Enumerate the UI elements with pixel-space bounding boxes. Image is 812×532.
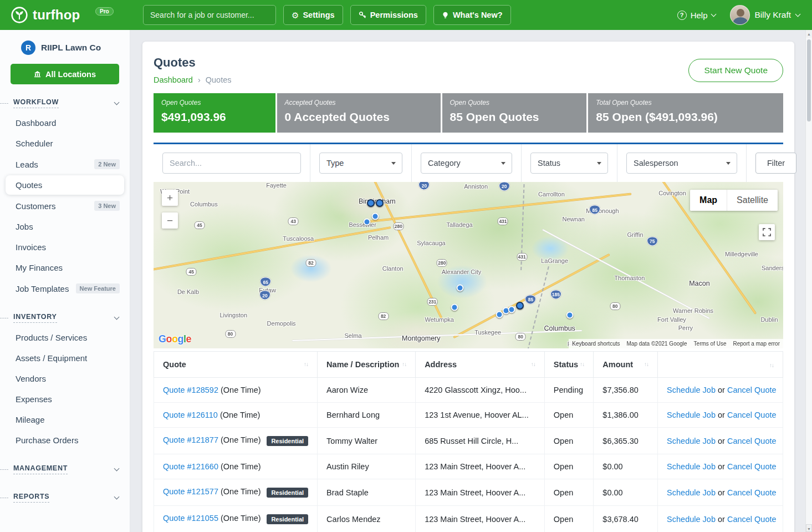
sort-icon[interactable]: ↑↓ <box>402 361 406 367</box>
sidebar-item-purchase-orders[interactable]: Purchase Orders <box>0 430 130 450</box>
status-select[interactable]: Status <box>530 153 608 174</box>
schedule-job-link[interactable]: Schedule Job <box>667 437 716 445</box>
cancel-quote-link[interactable]: Cancel Quote <box>727 411 777 419</box>
map-marker[interactable] <box>566 312 573 319</box>
section-label: REPORTS <box>13 493 49 503</box>
map-type-satellite-button[interactable]: Satellite <box>727 190 778 211</box>
attribution-report-a-map-error[interactable]: Report a map error <box>730 339 783 348</box>
column-header-status[interactable]: Status↑↓ <box>544 352 594 378</box>
quote-link[interactable]: Quote #121660 <box>163 462 218 471</box>
column-header-quote[interactable]: Quote↑↓ <box>154 352 318 378</box>
sort-icon[interactable]: ↑↓ <box>531 361 535 367</box>
filter-button[interactable]: Filter <box>755 153 796 174</box>
quote-link[interactable]: Quote #121877 <box>163 435 218 444</box>
column-header-address[interactable]: Address↑↓ <box>416 352 545 378</box>
schedule-job-link[interactable]: Schedule Job <box>667 411 716 419</box>
sort-icon[interactable]: ↑↓ <box>769 362 774 368</box>
schedule-job-link[interactable]: Schedule Job <box>667 386 716 394</box>
quote-link[interactable]: Quote #128592 <box>163 386 218 394</box>
column-header-name-description[interactable]: Name / Description↑↓ <box>318 352 416 378</box>
category-select[interactable]: Category <box>421 153 512 174</box>
sidebar-item-customers[interactable]: Customers3 New <box>0 195 130 216</box>
sidebar-item-my-finances[interactable]: My Finances <box>0 257 130 278</box>
help-menu[interactable]: ? Help <box>677 11 716 20</box>
schedule-job-link[interactable]: Schedule Job <box>667 462 716 471</box>
column-header-actions[interactable]: ↑↓ <box>658 352 783 378</box>
sort-icon[interactable]: ↑↓ <box>304 361 308 367</box>
google-logo[interactable]: Google <box>159 333 191 345</box>
map-marker[interactable] <box>376 199 384 207</box>
permissions-button[interactable]: Permissions <box>350 5 426 25</box>
quote-link[interactable]: Quote #121577 <box>163 487 218 496</box>
stat-label: Total Open Quotes <box>596 99 775 107</box>
global-search-input[interactable] <box>143 5 276 25</box>
stat-card[interactable]: Open Quotes$491,093.96 <box>154 93 275 133</box>
sidebar-item-products-services[interactable]: Products / Services <box>0 327 130 348</box>
attribution-terms-of-use[interactable]: Terms of Use <box>691 339 730 348</box>
schedule-job-link[interactable]: Schedule Job <box>667 515 716 524</box>
map-marker[interactable] <box>371 212 379 220</box>
sidebar-section-reports[interactable]: REPORTS <box>0 479 130 507</box>
stat-card[interactable]: Total Open Quotes85 Open ($491,093.96) <box>588 93 783 133</box>
quote-link[interactable]: Quote #126110 <box>163 411 218 419</box>
company-selector[interactable]: R RIIPL Lawn Co <box>0 30 130 58</box>
whats-new-button[interactable]: What's New? <box>433 5 511 25</box>
map-marker[interactable] <box>451 303 458 311</box>
type-select[interactable]: Type <box>319 153 402 174</box>
cancel-quote-link[interactable]: Cancel Quote <box>727 386 777 394</box>
sidebar-item-scheduler[interactable]: Scheduler <box>0 133 130 154</box>
cancel-quote-link[interactable]: Cancel Quote <box>727 437 777 445</box>
sidebar-item-assets-equipment[interactable]: Assets / Equipment <box>0 348 130 368</box>
settings-button[interactable]: ⚙ Settings <box>283 5 343 25</box>
scroll-down-arrow[interactable]: ▼ <box>806 524 812 532</box>
quotes-search-input[interactable] <box>162 153 301 174</box>
map-city-label: Sandersville <box>762 265 783 271</box>
map-type-map-button[interactable]: Map <box>690 190 727 211</box>
sidebar-item-vendors[interactable]: Vendors <box>0 368 130 389</box>
map-marker[interactable] <box>496 311 503 318</box>
brand[interactable]: turfhop Pro <box>0 6 130 24</box>
attribution-keyboard-shortcuts[interactable]: Keyboard shortcuts <box>569 339 623 348</box>
quote-link[interactable]: Quote #121055 <box>163 514 218 523</box>
sidebar-section-inventory[interactable]: INVENTORY <box>0 299 130 327</box>
sidebar-section-workflow[interactable]: WORKFLOW <box>0 84 130 113</box>
zoom-out-button[interactable]: − <box>162 212 178 229</box>
stat-card[interactable]: Open Quotes85 Open Quotes <box>442 93 587 133</box>
cancel-quote-link[interactable]: Cancel Quote <box>727 488 777 497</box>
sidebar-item-mileage[interactable]: Mileage <box>0 409 130 430</box>
all-locations-button[interactable]: All Locations <box>11 64 119 84</box>
user-menu[interactable]: Billy Kraft <box>730 5 800 25</box>
sidebar-item-job-templates[interactable]: Job TemplatesNew Feature <box>0 278 130 299</box>
column-header-amount[interactable]: Amount↑↓ <box>594 352 658 378</box>
map-marker[interactable] <box>457 285 464 292</box>
sidebar-item-leads[interactable]: Leads2 New <box>0 154 130 175</box>
cancel-quote-link[interactable]: Cancel Quote <box>727 462 777 471</box>
sidebar-item-invoices[interactable]: Invoices <box>0 237 130 257</box>
map-marker[interactable] <box>367 199 375 207</box>
sort-icon[interactable]: ↑↓ <box>644 361 648 367</box>
map-marker[interactable] <box>508 306 515 313</box>
sidebar-item-dashboard[interactable]: Dashboard <box>0 113 130 133</box>
map-marker[interactable] <box>516 302 524 310</box>
address-cell: 123 Main Street, Hoover A... <box>416 454 545 479</box>
cancel-quote-link[interactable]: Cancel Quote <box>727 515 777 524</box>
scroll-thumb[interactable] <box>807 39 811 121</box>
map[interactable]: + − Map Satellite Google Keyboard shortc… <box>154 182 783 348</box>
map-marker[interactable] <box>364 219 371 226</box>
vertical-scrollbar[interactable]: ▲ ▼ <box>805 30 812 532</box>
page-header: Quotes Dashboard › Quotes Start New Quot… <box>142 42 794 93</box>
start-new-quote-button[interactable]: Start New Quote <box>688 59 783 82</box>
zoom-in-button[interactable]: + <box>162 190 178 206</box>
breadcrumb-dashboard[interactable]: Dashboard <box>154 75 193 84</box>
sidebar-item-expenses[interactable]: Expenses <box>0 389 130 409</box>
sidebar-item-jobs[interactable]: Jobs <box>0 216 130 237</box>
salesperson-select[interactable]: Salesperson <box>626 153 737 174</box>
sidebar-item-quotes[interactable]: Quotes <box>6 175 124 195</box>
table-head: Quote↑↓Name / Description↑↓Address↑↓Stat… <box>154 352 783 378</box>
sort-icon[interactable]: ↑↓ <box>580 361 584 367</box>
schedule-job-link[interactable]: Schedule Job <box>667 488 716 497</box>
stat-card[interactable]: Accepted Quotes0 Accepted Quotes <box>277 93 441 133</box>
fullscreen-button[interactable] <box>759 224 775 240</box>
sidebar-section-management[interactable]: MANAGEMENT <box>0 450 130 479</box>
scroll-up-arrow[interactable]: ▲ <box>806 30 812 38</box>
